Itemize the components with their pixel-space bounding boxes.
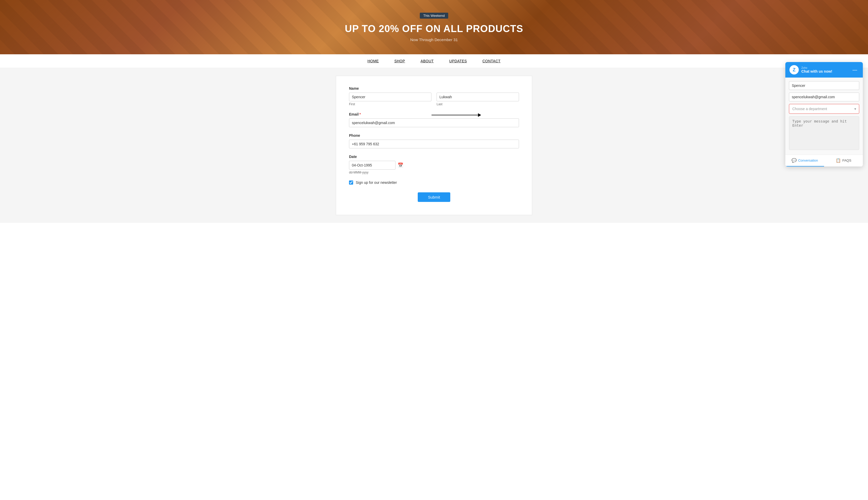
- chat-widget: Z Zoho Chat with us now! — Choose a depa…: [785, 62, 863, 167]
- main-nav: HOME SHOP ABOUT UPDATES CONTACT: [0, 54, 868, 68]
- chat-footer: 💬 Conversation 📋 FAQS: [785, 155, 863, 167]
- first-name-input[interactable]: [349, 93, 431, 101]
- chat-body: Choose a department ▾: [785, 78, 863, 155]
- hero-subtitle: Now Through December 31: [410, 37, 458, 42]
- required-marker: *: [359, 112, 361, 116]
- chat-header: Z Zoho Chat with us now! —: [785, 62, 863, 78]
- hero-badge: This Weekend: [420, 13, 448, 19]
- nav-about[interactable]: ABOUT: [421, 59, 434, 63]
- chat-minimize-button[interactable]: —: [851, 67, 859, 73]
- chat-avatar: Z: [789, 65, 799, 75]
- conversation-icon: 💬: [791, 158, 797, 163]
- contact-form: Name First Last Email* Phone: [336, 76, 532, 215]
- first-sublabel: First: [349, 102, 431, 106]
- arrow-head: [478, 113, 481, 117]
- chat-email-input[interactable]: [789, 93, 859, 101]
- submit-button[interactable]: Submit: [418, 192, 450, 202]
- chat-brand: Zoho Chat with us now!: [801, 66, 832, 73]
- date-format: dd-MMM-yyyy: [349, 171, 519, 174]
- arrow-line: [431, 115, 478, 115]
- last-sublabel: Last: [437, 102, 519, 106]
- email-input[interactable]: [349, 118, 519, 127]
- name-row: First Last: [349, 93, 519, 106]
- phone-group: Phone: [349, 133, 519, 148]
- chat-department-select[interactable]: Choose a department: [789, 104, 859, 114]
- chat-tab-faqs[interactable]: 📋 FAQS: [824, 155, 863, 167]
- nav-contact[interactable]: CONTACT: [482, 59, 501, 63]
- last-name-field: Last: [437, 93, 519, 106]
- date-label: Date: [349, 155, 519, 159]
- chat-title: Chat with us now!: [801, 69, 832, 73]
- chat-name-input[interactable]: [789, 81, 859, 90]
- newsletter-checkbox-row: Sign up for our newsletter: [349, 180, 519, 185]
- nav-home[interactable]: HOME: [367, 59, 379, 63]
- newsletter-group: Sign up for our newsletter: [349, 180, 519, 185]
- chat-message-input[interactable]: [789, 116, 859, 150]
- phone-input[interactable]: [349, 140, 519, 148]
- chat-department-wrapper: Choose a department ▾: [789, 104, 859, 114]
- nav-shop[interactable]: SHOP: [394, 59, 405, 63]
- nav-updates[interactable]: UPDATES: [449, 59, 467, 63]
- last-name-input[interactable]: [437, 93, 519, 101]
- faqs-icon: 📋: [836, 158, 841, 163]
- date-wrapper: 📅: [349, 161, 519, 170]
- date-input[interactable]: [349, 161, 396, 170]
- newsletter-label: Sign up for our newsletter: [356, 180, 397, 185]
- name-label: Name: [349, 86, 519, 90]
- newsletter-checkbox[interactable]: [349, 180, 353, 185]
- chat-tab-conversation[interactable]: 💬 Conversation: [785, 155, 824, 167]
- phone-label: Phone: [349, 133, 519, 138]
- date-group: Date 📅 dd-MMM-yyyy: [349, 155, 519, 174]
- chat-header-left: Z Zoho Chat with us now!: [789, 65, 832, 75]
- main-content: Name First Last Email* Phone: [0, 68, 868, 223]
- arrow-indicator: [431, 113, 481, 117]
- faqs-tab-label: FAQS: [842, 158, 852, 162]
- calendar-icon[interactable]: 📅: [398, 162, 403, 168]
- hero-banner: This Weekend UP TO 20% OFF ON ALL PRODUC…: [0, 0, 868, 54]
- first-name-field: First: [349, 93, 431, 106]
- hero-title: UP TO 20% OFF ON ALL PRODUCTS: [345, 23, 524, 34]
- submit-row: Submit: [349, 192, 519, 202]
- name-group: Name First Last: [349, 86, 519, 106]
- chat-brand-logo: Zoho: [801, 66, 832, 69]
- conversation-tab-label: Conversation: [798, 158, 818, 162]
